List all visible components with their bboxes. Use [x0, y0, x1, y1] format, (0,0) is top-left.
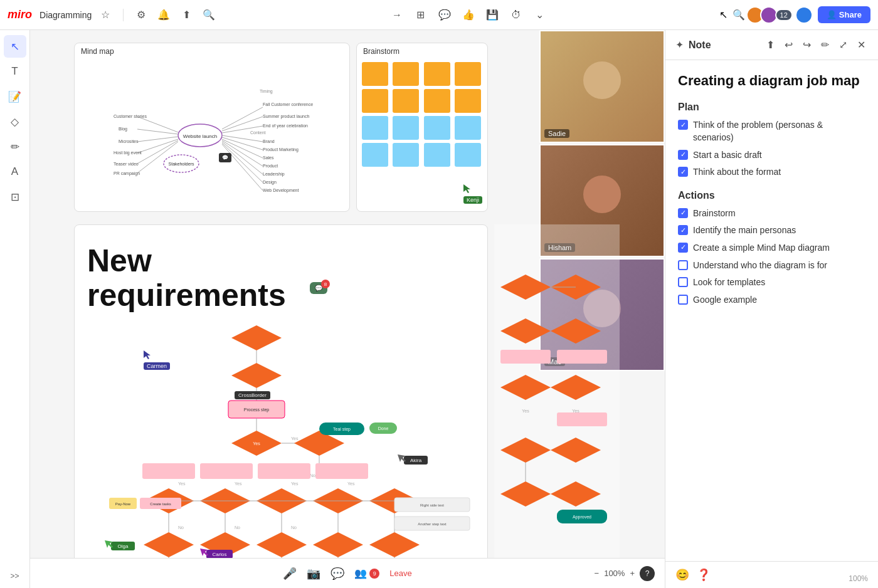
svg-text:Yes: Yes: [347, 481, 355, 486]
settings-icon[interactable]: ⚙: [132, 6, 150, 24]
svg-text:Design: Design: [263, 180, 277, 185]
panel-upload-icon[interactable]: ⬆: [764, 36, 777, 53]
sticky-orange-4: [455, 62, 481, 86]
select-tool-icon[interactable]: ↖: [719, 9, 727, 21]
zoom-icon[interactable]: 🔍: [733, 9, 745, 21]
flow-chart-svg: Process step Yes Yes No: [75, 313, 488, 582]
svg-text:Approved: Approved: [573, 515, 591, 520]
timer-icon[interactable]: ⏱: [506, 5, 526, 25]
checkbox-action-1[interactable]: [678, 225, 688, 235]
svg-rect-76: [315, 463, 368, 479]
bell-icon[interactable]: 🔔: [155, 6, 172, 24]
panel-expand-icon[interactable]: ⤢: [837, 36, 850, 53]
checkbox-action-0[interactable]: [678, 208, 688, 218]
chat-icon[interactable]: 💬: [331, 567, 344, 580]
star-icon[interactable]: ☆: [97, 6, 114, 24]
checkbox-plan-0[interactable]: [678, 120, 688, 130]
action-item-1-text: Identify the main personas: [693, 224, 796, 237]
zoom-plus-btn[interactable]: +: [630, 569, 635, 578]
board-title: Diagramming: [40, 10, 92, 20]
sticky-orange-8: [455, 89, 481, 113]
checkbox-action-2[interactable]: [678, 243, 688, 253]
right-panel-zoom: 100%: [849, 574, 868, 583]
plan-title: Plan: [678, 102, 865, 113]
kenji-cursor: Kenji: [463, 184, 482, 204]
topbar: miro Diagramming ☆ ⚙ 🔔 ⬆ 🔍 → ⊞ 💬 👍 💾 ⏱ ⌄…: [0, 0, 878, 30]
upload-icon[interactable]: ⬆: [177, 6, 195, 24]
text-tool[interactable]: T: [4, 60, 26, 83]
svg-text:Akira: Akira: [410, 458, 422, 463]
leave-button[interactable]: Leave: [389, 569, 411, 578]
note-heading: Creating a diagram job map: [678, 73, 865, 89]
svg-text:Create tasks: Create tasks: [150, 502, 171, 506]
sticky-blue-4: [455, 116, 481, 140]
emoji-icon[interactable]: 😊: [675, 568, 689, 582]
select-tool[interactable]: ↖: [4, 35, 26, 58]
font-tool[interactable]: A: [4, 160, 26, 183]
mind-map-title: Mind map: [75, 43, 349, 57]
panel-title: Note: [689, 39, 759, 51]
svg-text:Yes: Yes: [235, 481, 242, 486]
comment-icon[interactable]: 💬: [435, 5, 455, 25]
main-area: ↖ T 📝 ◇ ✏ A ⊡ >> Mind map Website launch…: [0, 30, 878, 588]
svg-marker-68: [144, 532, 194, 557]
sticky-orange-6: [393, 89, 419, 113]
chat-notification[interactable]: 💬 8: [310, 281, 327, 294]
svg-marker-130: [551, 375, 601, 400]
share-icon: 👤: [827, 10, 837, 19]
action-item-4-text: Look for templates: [693, 276, 765, 289]
footer-help-icon[interactable]: ❓: [697, 568, 711, 582]
svg-text:End of year celebration: End of year celebration: [263, 123, 308, 129]
more-tools[interactable]: >>: [10, 569, 19, 583]
canvas[interactable]: Mind map Website launch Customer stories…: [30, 30, 665, 588]
svg-marker-122: [500, 275, 551, 300]
checkbox-plan-1[interactable]: [678, 150, 688, 160]
pen-tool[interactable]: ✏: [4, 135, 26, 158]
camera-icon[interactable]: 📷: [307, 567, 320, 580]
frames-icon[interactable]: ⊞: [411, 5, 431, 25]
svg-text:Leadership: Leadership: [263, 172, 285, 177]
actions-title: Actions: [678, 190, 865, 201]
checkbox-action-4[interactable]: [678, 277, 688, 287]
zoom-minus-btn[interactable]: −: [595, 569, 600, 578]
sticky-blue-8: [455, 143, 481, 167]
save-icon[interactable]: 💾: [482, 5, 502, 25]
mic-icon[interactable]: 🎤: [283, 567, 297, 580]
svg-text:Timing: Timing: [260, 89, 273, 94]
share-button[interactable]: 👤 Share: [818, 6, 870, 23]
svg-text:Carlos: Carlos: [212, 552, 226, 557]
apps-chevron-icon[interactable]: ⌄: [530, 5, 550, 25]
sticky-blue-7: [424, 143, 450, 167]
mind-map-svg: Website launch Customer stories Blog Mic…: [75, 57, 338, 201]
action-item-3-text: Understand who the diagram is for: [693, 260, 827, 272]
action-item-4: Look for templates: [678, 276, 865, 289]
right-panel: ✦ Note ⬆ ↩ ↪ ✏ ⤢ ✕ Creating a diagram jo…: [665, 30, 878, 588]
brainstorm-card: Brainstorm: [356, 43, 488, 212]
svg-text:Right side text: Right side text: [420, 503, 444, 507]
shapes-tool[interactable]: ◇: [4, 110, 26, 133]
action-item-2-text: Create a simple Mind Map diagram: [693, 242, 830, 255]
plan-item-0: Think of the problem (personas & scenari…: [678, 119, 865, 144]
panel-edit-icon[interactable]: ✏: [818, 36, 832, 53]
frame-tool[interactable]: ⊡: [4, 186, 26, 208]
video-sadie: Sadie: [539, 30, 665, 143]
svg-text:Teal step: Teal step: [333, 427, 351, 432]
svg-text:Web Development: Web Development: [263, 188, 299, 193]
mind-map-card: Mind map Website launch Customer stories…: [74, 43, 350, 212]
search-icon[interactable]: 🔍: [200, 6, 218, 24]
bottom-bar: 🎤 📷 💬 👥 9 Leave − 100% + ?: [30, 558, 665, 588]
sticky-tool[interactable]: 📝: [4, 85, 26, 108]
svg-text:Yes: Yes: [572, 409, 579, 413]
reaction-icon[interactable]: 👍: [458, 5, 479, 25]
checkbox-action-3[interactable]: [678, 260, 688, 270]
svg-rect-128: [557, 350, 607, 364]
help-button[interactable]: ?: [640, 566, 655, 581]
participants-control[interactable]: 👥 9: [354, 567, 379, 579]
panel-undo-icon[interactable]: ↩: [782, 36, 795, 53]
checkbox-action-5[interactable]: [678, 295, 688, 305]
svg-text:Brand: Brand: [263, 139, 275, 144]
checkbox-plan-2[interactable]: [678, 167, 688, 177]
arrow-nav-icon[interactable]: →: [387, 5, 407, 25]
panel-close-icon[interactable]: ✕: [855, 36, 868, 53]
panel-redo-icon[interactable]: ↪: [800, 36, 813, 53]
